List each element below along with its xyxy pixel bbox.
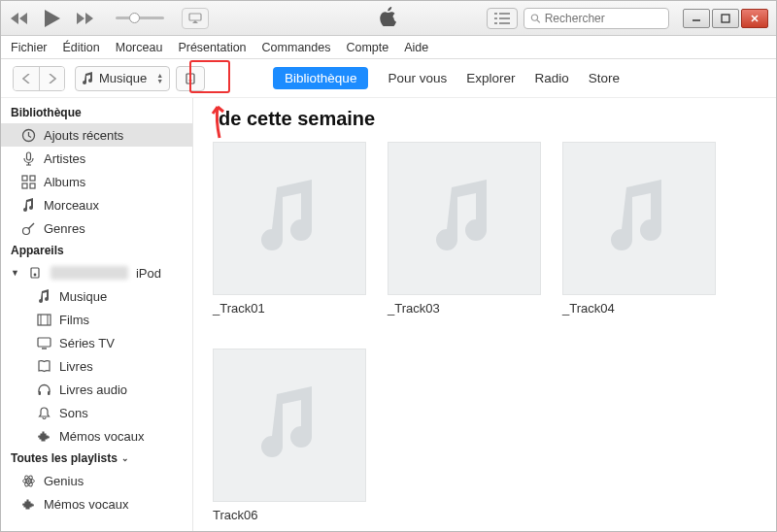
sidebar: Bibliothèque Ajouts récentsArtistesAlbum… — [1, 98, 193, 531]
sidebar-item[interactable]: Morceaux — [1, 193, 192, 216]
svg-rect-5 — [186, 74, 194, 83]
close-button[interactable] — [741, 9, 768, 28]
sidebar-item[interactable]: Albums — [1, 170, 192, 193]
sidebar-item[interactable]: Mémos vocaux — [1, 424, 192, 448]
menu-item[interactable]: Fichier — [11, 41, 48, 54]
sidebar-item[interactable]: Musique — [1, 284, 192, 308]
menubar: Fichier Édition Morceau Présentation Com… — [1, 36, 776, 59]
wave-icon — [36, 428, 51, 444]
svg-rect-21 — [38, 391, 41, 395]
tab-store[interactable]: Store — [589, 71, 620, 85]
forward-button[interactable] — [39, 67, 64, 90]
tab-radio[interactable]: Radio — [534, 71, 568, 85]
window-controls — [683, 9, 768, 28]
sidebar-item[interactable]: Films — [1, 308, 192, 331]
play-button[interactable] — [40, 6, 65, 31]
svg-point-1 — [531, 14, 537, 19]
album-art-placeholder — [562, 142, 716, 295]
atom-icon — [20, 473, 36, 488]
album-item[interactable]: _Track01 — [213, 142, 366, 316]
search-input[interactable] — [524, 8, 669, 29]
album-art-placeholder — [213, 349, 366, 502]
sidebar-item-label: Mémos vocaux — [59, 429, 144, 444]
svg-rect-19 — [38, 338, 51, 347]
svg-rect-10 — [30, 176, 35, 181]
airplay-button[interactable] — [182, 8, 209, 29]
device-button[interactable] — [176, 66, 205, 91]
prev-button[interactable] — [9, 8, 30, 29]
sidebar-item[interactable]: Livres — [1, 354, 192, 378]
menu-item[interactable]: Morceau — [116, 41, 163, 54]
sidebar-item[interactable]: Genres — [1, 216, 192, 240]
album-item[interactable]: _Track03 — [388, 142, 541, 316]
section-title: de cette semaine — [219, 108, 757, 130]
clock-icon — [20, 127, 36, 143]
sidebar-item-label: Livres — [59, 359, 93, 374]
film-icon — [36, 312, 51, 327]
sidebar-item-label: Ajouts récents — [44, 128, 123, 143]
svg-point-15 — [34, 274, 37, 277]
media-type-select[interactable]: Musique ▲▼ — [75, 66, 170, 91]
menu-item[interactable]: Présentation — [178, 41, 246, 54]
svg-rect-9 — [22, 176, 27, 181]
device-name-suffix: iPod — [136, 266, 161, 281]
device-name-redacted — [51, 266, 128, 280]
svg-point-6 — [189, 79, 192, 82]
svg-rect-4 — [722, 15, 729, 22]
album-item[interactable]: _Track04 — [562, 142, 716, 316]
album-grid: _Track01_Track03_Track04Track06 — [213, 142, 757, 522]
volume-slider[interactable] — [116, 17, 164, 19]
sidebar-item-label: Films — [59, 313, 89, 327]
sidebar-item-label: Artistes — [44, 151, 85, 166]
sidebar-item[interactable]: Genius — [1, 469, 192, 492]
list-view-button[interactable] — [487, 8, 518, 29]
tab-explore[interactable]: Explorer — [466, 71, 515, 85]
sidebar-device-row[interactable]: ▼ iPod — [1, 261, 192, 284]
book-icon — [36, 358, 51, 374]
device-icon — [185, 73, 196, 84]
bell-icon — [36, 405, 51, 420]
playback-controls — [9, 6, 209, 31]
sidebar-header-playlists[interactable]: Toutes les playlists ⌄ — [1, 448, 192, 469]
svg-point-26 — [27, 480, 29, 482]
album-item[interactable]: Track06 — [213, 349, 366, 522]
sidebar-item-label: Morceaux — [44, 198, 99, 213]
titlebar — [1, 1, 776, 36]
svg-rect-12 — [30, 183, 35, 188]
svg-rect-14 — [31, 268, 39, 278]
headphones-icon — [36, 382, 51, 397]
menu-item[interactable]: Commandes — [262, 41, 331, 54]
note-icon — [20, 197, 36, 213]
tv-icon — [36, 335, 51, 350]
sidebar-item[interactable]: Artistes — [1, 147, 192, 170]
sidebar-item[interactable]: Sons — [1, 401, 192, 424]
nav-tabs: Bibliothèque Pour vous Explorer Radio St… — [273, 67, 620, 89]
album-label: _Track01 — [213, 301, 366, 316]
back-button[interactable] — [14, 67, 39, 90]
album-art-placeholder — [388, 142, 541, 295]
subbar: Musique ▲▼ Bibliothèque Pour vous Explor… — [1, 59, 776, 98]
sidebar-item[interactable]: Livres audio — [1, 378, 192, 401]
disclosure-triangle-icon[interactable]: ▼ — [11, 268, 19, 278]
minimize-button[interactable] — [683, 9, 710, 28]
sidebar-header-library: Bibliothèque — [1, 102, 192, 123]
menu-item[interactable]: Aide — [404, 41, 428, 54]
sidebar-item[interactable]: Séries TV — [1, 331, 192, 354]
svg-line-2 — [537, 19, 540, 22]
sidebar-item-label: Livres audio — [59, 382, 127, 397]
maximize-button[interactable] — [712, 9, 739, 28]
svg-rect-11 — [22, 183, 27, 188]
media-type-label: Musique — [99, 71, 147, 85]
menu-item[interactable]: Édition — [63, 41, 100, 54]
sidebar-item[interactable]: Mémos vocaux — [1, 492, 192, 515]
tab-library[interactable]: Bibliothèque — [273, 67, 368, 89]
next-button[interactable] — [75, 8, 96, 29]
tab-for-you[interactable]: Pour vous — [388, 71, 447, 85]
apple-logo-icon — [380, 7, 397, 30]
album-label: _Track04 — [562, 301, 716, 316]
menu-item[interactable]: Compte — [346, 41, 388, 54]
annotation-arrow-icon — [210, 101, 229, 140]
guitar-icon — [20, 220, 36, 236]
sidebar-item[interactable]: Ajouts récents — [1, 123, 192, 147]
wave-icon — [20, 496, 36, 512]
